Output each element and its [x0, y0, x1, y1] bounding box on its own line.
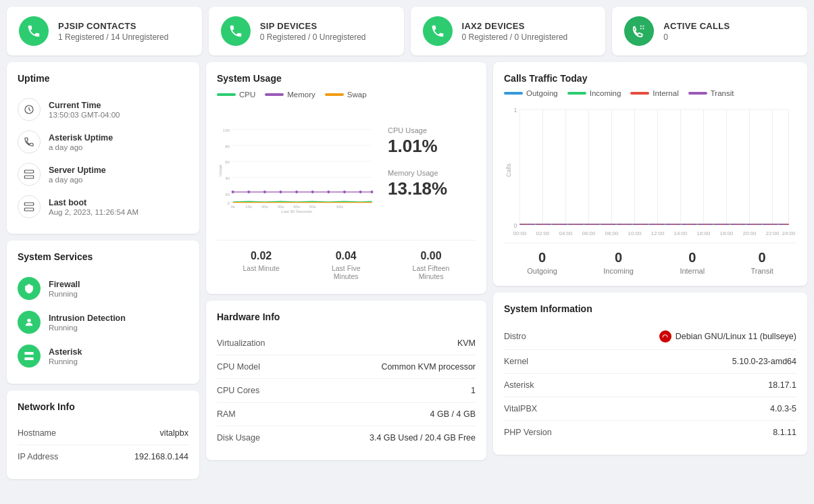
server-uptime-icon — [18, 163, 41, 186]
usage-svg-chart: 100 80 60 40 20 0 Usage — [217, 104, 381, 232]
distro-key: Distro — [504, 332, 526, 341]
cpu-legend-dot — [217, 93, 236, 96]
asterisk-label: Asterisk — [49, 347, 82, 357]
svg-point-31 — [327, 191, 330, 193]
uptime-server: Server Uptime a day ago — [18, 158, 188, 191]
load-last-minute-label: Last Minute — [243, 264, 280, 272]
outgoing-legend: Outgoing — [504, 89, 558, 97]
php-value: 8.1.11 — [773, 428, 796, 437]
outgoing-stat-value: 0 — [527, 250, 557, 266]
pjsip-sub: 1 Registered / 14 Unregistered — [58, 32, 168, 42]
load-fifteen-minutes-label: Last FifteenMinutes — [413, 264, 450, 280]
system-usage-title: System Usage — [217, 73, 476, 84]
svg-text:50s: 50s — [309, 205, 316, 209]
cpu-legend: CPU — [217, 91, 255, 99]
distro-value: ◠ Debian GNU/Linux 11 (bullseye) — [659, 330, 796, 343]
sip-card: SIP DEVICES 0 Registered / 0 Unregistere… — [209, 7, 404, 55]
services-card: System Services Firewall Running Intrusi… — [7, 241, 199, 384]
server-uptime-label: Server Uptime — [49, 166, 106, 175]
hostname-key: Hostname — [18, 428, 56, 438]
svg-point-30 — [311, 191, 314, 193]
active-calls-title: ACTIVE CALLS — [663, 21, 730, 31]
swap-legend-label: Swap — [347, 91, 367, 99]
cpu-usage-label: CPU Usage — [388, 126, 476, 134]
incoming-legend-label: Incoming — [590, 89, 621, 97]
sip-icon — [221, 16, 251, 46]
load-five-minutes-value: 0.04 — [332, 250, 361, 262]
intrusion-status: Running — [49, 324, 126, 332]
virtualization-key: Virtualization — [217, 338, 265, 348]
left-panel: Uptime Current Time 13:50:03 GMT-04:00 A… — [7, 62, 199, 479]
svg-point-34 — [370, 191, 373, 193]
memory-legend: Memory — [265, 91, 315, 99]
swap-legend: Swap — [325, 91, 367, 99]
firewall-icon — [18, 277, 41, 300]
svg-text:20s: 20s — [261, 205, 268, 209]
middle-panel: System Usage CPU Memory — [206, 62, 486, 479]
svg-text:02:00: 02:00 — [536, 230, 550, 236]
last-boot-value: Aug 2, 2023, 11:26:54 AM — [49, 208, 138, 216]
vitalpbx-key: VitalPBX — [504, 404, 537, 413]
internal-stat-value: 0 — [680, 250, 705, 266]
cpu-cores-key: CPU Cores — [217, 386, 259, 395]
last-boot-icon — [18, 195, 41, 218]
uptime-asterisk: Asterisk Uptime a day ago — [18, 126, 188, 158]
svg-text:06:00: 06:00 — [582, 230, 596, 236]
service-intrusion: Intrusion Detection Running — [18, 305, 188, 339]
active-calls-info: ACTIVE CALLS 0 — [663, 21, 730, 42]
calls-legend: Outgoing Incoming Internal Transit — [504, 89, 796, 97]
sip-title: SIP DEVICES — [260, 21, 366, 31]
current-time-value: 13:50:03 GMT-04:00 — [49, 111, 120, 119]
server-uptime-value: a day ago — [49, 176, 106, 184]
pjsip-card: PJSIP CONTACTS 1 Registered / 14 Unregis… — [7, 7, 202, 55]
uptime-card: Uptime Current Time 13:50:03 GMT-04:00 A… — [7, 62, 199, 234]
iax2-title: IAX2 DEVICES — [462, 21, 568, 31]
main-area: Uptime Current Time 13:50:03 GMT-04:00 A… — [0, 62, 814, 486]
sysinfo-title: System Information — [504, 303, 796, 314]
transit-stat-value: 0 — [751, 250, 773, 266]
sysinfo-asterisk: Asterisk 18.17.1 — [504, 374, 796, 397]
firewall-info: Firewall Running — [49, 280, 80, 298]
svg-text:30s: 30s — [278, 205, 284, 209]
iax2-icon — [423, 16, 453, 46]
service-asterisk: Asterisk Running — [18, 339, 188, 373]
memory-usage-value: 13.18% — [388, 178, 476, 199]
pjsip-icon — [19, 16, 49, 46]
cpu-model-value: Common KVM processor — [381, 362, 476, 372]
active-calls-card: ACTIVE CALLS 0 — [612, 7, 807, 55]
svg-point-26 — [247, 191, 250, 193]
ip-value: 192.168.0.144 — [134, 452, 188, 461]
incoming-stat-value: 0 — [603, 250, 634, 266]
load-last-minute-value: 0.02 — [243, 250, 280, 262]
kernel-key: Kernel — [504, 357, 528, 366]
services-title: System Services — [18, 251, 188, 262]
internal-stat-label: Internal — [680, 267, 705, 275]
disk-value: 3.4 GB Used / 20.4 GB Free — [370, 433, 476, 443]
top-bar: PJSIP CONTACTS 1 Registered / 14 Unregis… — [0, 0, 814, 62]
php-key: PHP Version — [504, 428, 552, 437]
outgoing-legend-dot — [504, 92, 523, 95]
outgoing-legend-label: Outgoing — [526, 89, 558, 97]
network-hostname-row: Hostname vitalpbx — [18, 422, 188, 445]
svg-rect-10 — [24, 352, 33, 355]
sysinfo-vitalpbx: VitalPBX 4.0.3-5 — [504, 397, 796, 421]
svg-text:16:00: 16:00 — [696, 230, 711, 236]
cpu-usage-value: 1.01% — [388, 136, 476, 157]
uptime-last-boot: Last boot Aug 2, 2023, 11:26:54 AM — [18, 191, 188, 223]
cpu-cores-value: 1 — [471, 386, 476, 395]
hw-virtualization: Virtualization KVM — [217, 332, 476, 355]
svg-text:24:00: 24:00 — [782, 230, 796, 236]
svg-text:Usage: Usage — [218, 164, 222, 176]
active-calls-sub: 0 — [663, 32, 730, 42]
svg-rect-1 — [24, 170, 33, 173]
asterisk-uptime-value: a day ago — [49, 143, 113, 151]
asterisk-uptime-info: Asterisk Uptime a day ago — [49, 133, 113, 151]
debian-logo: ◠ — [659, 330, 671, 343]
usage-chart-area: CPU Memory Swap 100 — [217, 91, 476, 234]
svg-rect-5 — [24, 203, 33, 205]
internal-legend-dot — [630, 92, 649, 95]
sip-info: SIP DEVICES 0 Registered / 0 Unregistere… — [260, 21, 366, 42]
ram-key: RAM — [217, 409, 236, 419]
internal-legend-label: Internal — [653, 89, 678, 97]
memory-legend-label: Memory — [287, 91, 315, 99]
